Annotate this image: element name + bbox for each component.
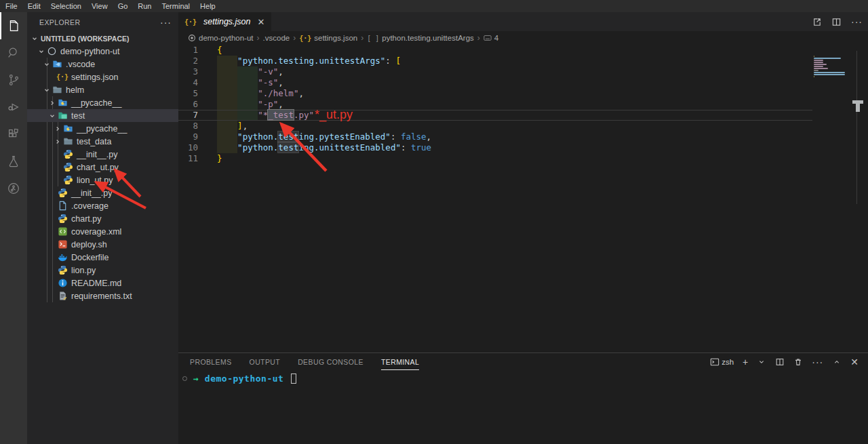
explorer-icon[interactable]: [0, 12, 27, 39]
extensions-icon[interactable]: [0, 121, 27, 148]
menu-run[interactable]: Run: [138, 2, 151, 10]
menu-terminal[interactable]: Terminal: [162, 2, 191, 10]
twisty-spacer: [47, 291, 57, 301]
folder-icon: [62, 136, 73, 147]
tab-terminal[interactable]: TERMINAL: [381, 355, 419, 370]
open-settings-icon[interactable]: [812, 17, 822, 27]
chevron-down-icon[interactable]: [47, 111, 57, 121]
terminal-shell-button[interactable]: zsh: [710, 357, 734, 367]
menu-view[interactable]: View: [92, 2, 108, 10]
tree-item-requirements-txt[interactable]: requirements.txt: [27, 289, 178, 302]
tree-item-label: .coverage: [71, 201, 108, 211]
chevron-down-icon[interactable]: [37, 47, 46, 56]
new-terminal-icon[interactable]: +: [743, 357, 748, 367]
chevron-right-icon: ›: [361, 33, 363, 43]
run-debug-icon[interactable]: [0, 94, 27, 121]
selected-text: _test: [268, 110, 294, 120]
tree-item-dockerfile[interactable]: Dockerfile: [27, 251, 178, 264]
tree-item-chart-ut-py[interactable]: chart_ut.py: [27, 161, 178, 174]
tree-item-helm[interactable]: helm: [27, 83, 178, 96]
breadcrumb-index[interactable]: 4: [484, 34, 498, 42]
workspace-section-header[interactable]: UNTITLED (WORKSPACE): [27, 33, 178, 45]
tree-item--init-py[interactable]: __init__.py: [27, 186, 178, 199]
line-content: "*_test.py": [209, 110, 314, 121]
menu-help[interactable]: Help: [200, 2, 216, 10]
chevron-right-icon[interactable]: [53, 124, 62, 134]
breadcrumb-symbol[interactable]: [ ] python.testing.unittestArgs: [367, 34, 474, 42]
source-control-icon[interactable]: [0, 66, 27, 94]
code-editor[interactable]: 1{2 "python.testing.unittestArgs": [3 "-…: [178, 45, 868, 352]
tree-item-lion-py[interactable]: lion.py: [27, 264, 178, 277]
tree-item--pycache-[interactable]: __pycache__: [27, 96, 178, 109]
close-icon[interactable]: ✕: [257, 17, 264, 27]
minimap-line: [814, 58, 841, 59]
tab-problems[interactable]: PROBLEMS: [190, 355, 232, 369]
line-number: 10: [178, 142, 209, 153]
twisty-spacer: [47, 279, 57, 288]
tree-item--pycache-[interactable]: __pycache__: [27, 122, 178, 135]
line-content: "./helm",: [209, 88, 304, 99]
chevron-right-icon: ›: [293, 33, 296, 43]
tree-item-readme-md[interactable]: README.md: [27, 277, 178, 289]
panel-actions: zsh + ··· ✕: [710, 353, 859, 371]
breadcrumb-file[interactable]: {·} settings.json: [299, 34, 357, 42]
docker-whale-icon: [57, 252, 68, 263]
chevron-down-icon[interactable]: [42, 60, 52, 69]
menu-edit[interactable]: Edit: [28, 2, 41, 10]
code-line-4: 4 "-s",: [178, 77, 868, 88]
tree-item--coverage[interactable]: .coverage: [27, 199, 178, 212]
code-line-7: 7 "*_test.py": [178, 110, 868, 121]
explorer-more-actions-icon[interactable]: ···: [160, 17, 172, 28]
readme-info-icon: [57, 278, 68, 289]
line-number: 7: [178, 110, 209, 121]
mouse-cursor: [852, 100, 863, 113]
code-line-6: 6 "-p",: [178, 99, 868, 110]
chevron-down-icon[interactable]: [42, 85, 52, 95]
chevron-right-icon[interactable]: [47, 98, 57, 108]
tab-debug-console[interactable]: DEBUG CONSOLE: [298, 355, 363, 369]
line-content: "python.testing.unittestEnabled": true: [209, 142, 431, 153]
tree-item-test[interactable]: test: [27, 109, 178, 122]
editor-actions: ···: [812, 12, 863, 31]
kill-terminal-icon[interactable]: [793, 357, 803, 367]
python-icon: [62, 162, 73, 173]
terminal-prompt[interactable]: → demo-python-ut: [182, 374, 296, 384]
line-number: 8: [178, 121, 209, 132]
tab-settings-json[interactable]: {·} settings.json ✕: [178, 12, 272, 31]
more-actions-icon[interactable]: ···: [812, 357, 823, 367]
tree-item--init-py[interactable]: __init__.py: [27, 148, 178, 161]
minimap[interactable]: [814, 56, 849, 96]
code-line-8: 8 ],: [178, 121, 868, 132]
search-icon[interactable]: [0, 39, 27, 66]
tab-output[interactable]: OUTPUT: [250, 355, 281, 369]
menu-file[interactable]: File: [5, 2, 18, 10]
more-actions-icon[interactable]: ···: [851, 16, 863, 27]
code-line-11: 11}: [178, 153, 868, 164]
testing-icon[interactable]: [0, 148, 27, 175]
tree-item-label: Dockerfile: [71, 253, 109, 262]
split-editor-icon[interactable]: [831, 17, 842, 27]
braces-icon: {·}: [185, 16, 196, 27]
tree-item-coverage-xml[interactable]: coverage.xml: [27, 225, 178, 238]
breadcrumb-vscode[interactable]: .vscode: [263, 34, 290, 42]
menu-selection[interactable]: Selection: [51, 2, 81, 10]
chevron-right-icon[interactable]: [53, 137, 62, 146]
tree-item-settings-json[interactable]: {·}settings.json: [27, 70, 178, 83]
maximize-panel-icon[interactable]: [832, 357, 842, 367]
line-number: 9: [178, 132, 209, 142]
line-number: 2: [178, 56, 209, 66]
breadcrumb-root[interactable]: demo-python-ut: [188, 34, 254, 42]
tree-item--vscode[interactable]: .vscode: [27, 58, 178, 70]
split-terminal-icon[interactable]: [775, 357, 785, 367]
tree-item-test-data[interactable]: test_data: [27, 135, 178, 148]
remote-explorer-icon[interactable]: [0, 175, 27, 202]
tree-item-chart-py[interactable]: chart.py: [27, 212, 178, 225]
chevron-down-icon[interactable]: [757, 357, 766, 367]
tree-item-lion-ut-py[interactable]: lion_ut.py: [27, 174, 178, 186]
tree-item-demo-python-ut[interactable]: demo-python-ut: [27, 45, 178, 58]
menu-go[interactable]: Go: [118, 2, 128, 10]
close-panel-icon[interactable]: ✕: [850, 357, 859, 367]
tree-item-deploy-sh[interactable]: deploy.sh: [27, 238, 178, 251]
minimap-line: [814, 64, 827, 65]
line-content: "-p",: [209, 99, 283, 110]
